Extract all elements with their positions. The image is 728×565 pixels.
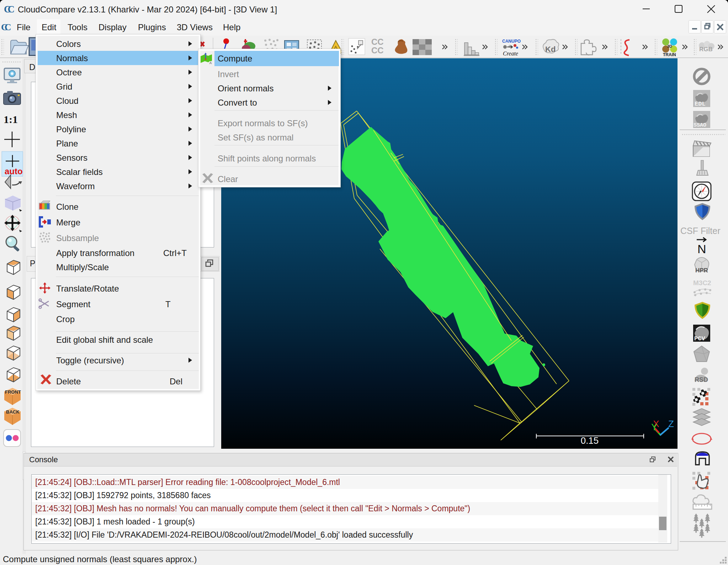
svg-text:CC: CC bbox=[1, 22, 11, 32]
svg-text:EDL: EDL bbox=[695, 101, 706, 107]
svg-text:Z: Z bbox=[668, 419, 674, 429]
svg-text:FRONT: FRONT bbox=[5, 389, 21, 395]
svg-text:CC: CC bbox=[371, 37, 384, 47]
svg-text:N: N bbox=[697, 242, 706, 256]
svg-text:RSD: RSD bbox=[695, 376, 708, 383]
svg-text:TRAIN: TRAIN bbox=[663, 52, 676, 57]
svg-text:Kd: Kd bbox=[545, 45, 556, 54]
svg-text:CC: CC bbox=[4, 4, 14, 14]
svg-text:A: A bbox=[209, 61, 212, 65]
svg-text:Create: Create bbox=[503, 50, 518, 57]
svg-text:CC: CC bbox=[371, 46, 384, 55]
svg-text:SSAO: SSAO bbox=[694, 122, 706, 128]
svg-text:HPR: HPR bbox=[695, 267, 708, 274]
svg-text:auto: auto bbox=[5, 166, 23, 176]
svg-text:M3C2: M3C2 bbox=[693, 279, 711, 287]
svg-text:PCV: PCV bbox=[694, 335, 705, 342]
svg-text:Y: Y bbox=[651, 422, 657, 432]
svg-text:RGB: RGB bbox=[699, 46, 713, 53]
svg-text:0.15: 0.15 bbox=[581, 435, 599, 446]
svg-text:CANUPO: CANUPO bbox=[502, 39, 521, 44]
svg-text:CSF Filter: CSF Filter bbox=[680, 226, 721, 236]
svg-text:3D: 3D bbox=[667, 44, 672, 48]
svg-text:1:1: 1:1 bbox=[4, 113, 18, 125]
svg-text:BACK: BACK bbox=[6, 409, 20, 415]
